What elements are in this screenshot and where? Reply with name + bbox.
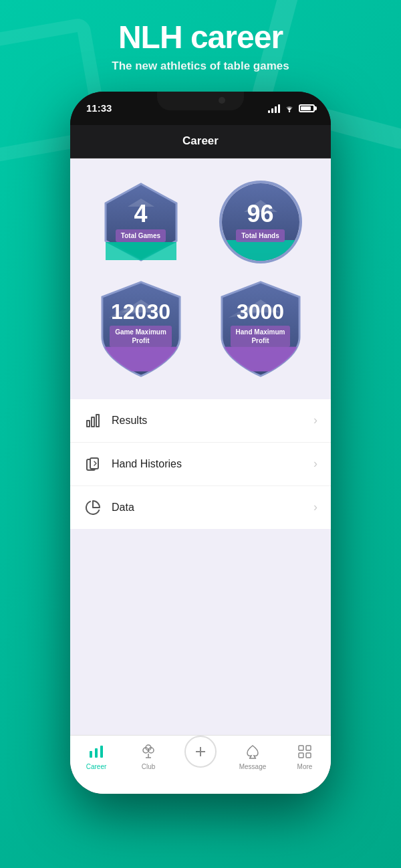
nav-bar: Career: [70, 125, 331, 158]
main-content: 4 Total Games: [70, 158, 331, 794]
menu-list: Results › Hand Histories: [70, 399, 331, 529]
stats-grid: 4 Total Games: [70, 158, 331, 399]
hexagon-badge: 4 Total Games: [98, 179, 184, 265]
grid-icon: [295, 742, 314, 761]
stat-game-profit-value: 12030: [111, 301, 170, 322]
svg-rect-33: [299, 753, 303, 758]
svg-rect-16: [87, 421, 90, 427]
stat-game-profit: 12030 Game MaximumProfit: [81, 272, 200, 386]
stat-hand-profit-label: Hand MaximumProfit: [231, 326, 291, 347]
club-icon: [139, 742, 158, 761]
pie-chart-icon: [84, 498, 102, 517]
svg-rect-31: [299, 746, 303, 750]
svg-rect-32: [306, 746, 311, 750]
status-icons: [268, 104, 315, 113]
app-subtitle: The new athletics of table games: [0, 60, 401, 73]
stat-total-games: 4 Total Games: [81, 172, 200, 272]
menu-results-label: Results: [112, 415, 313, 427]
stat-games-content: 4 Total Games: [116, 202, 166, 242]
wifi-icon: [284, 104, 295, 112]
svg-rect-17: [92, 417, 94, 427]
menu-item-hand-histories[interactable]: Hand Histories ›: [70, 443, 331, 486]
bar-chart-tab-icon: [87, 742, 106, 761]
header-section: NLH career The new athletics of table ga…: [0, 0, 401, 80]
stat-hands-content: 96 Total Hands: [236, 202, 284, 242]
stat-total-hands: 96 Total Hands: [200, 172, 320, 272]
svg-rect-34: [306, 753, 311, 758]
tab-more-label: More: [297, 763, 313, 770]
tab-more[interactable]: More: [279, 742, 331, 770]
camera: [219, 97, 225, 104]
plus-icon: [184, 736, 217, 768]
phone-mockup: 11:33: [0, 92, 401, 794]
tab-message-label: Message: [239, 763, 267, 770]
svg-rect-22: [95, 748, 98, 758]
stat-hand-profit: 3000 Hand MaximumProfit: [200, 272, 320, 386]
stat-games-value: 4: [134, 202, 147, 226]
tab-club[interactable]: Club: [122, 742, 174, 770]
notch: [157, 92, 244, 110]
shield-badge-1: 12030 Game MaximumProfit: [94, 279, 188, 379]
menu-data-label: Data: [112, 502, 313, 514]
svg-rect-23: [100, 746, 103, 758]
status-time: 11:33: [86, 102, 112, 114]
stat-hand-profit-content: 3000 Hand MaximumProfit: [231, 301, 291, 347]
tab-message[interactable]: Message: [227, 742, 279, 770]
data-chevron: ›: [313, 500, 317, 514]
stat-game-profit-label: Game MaximumProfit: [110, 326, 172, 347]
stat-hands-value: 96: [247, 202, 273, 226]
results-chevron: ›: [313, 413, 317, 427]
tab-career[interactable]: Career: [70, 742, 122, 770]
menu-hand-histories-label: Hand Histories: [112, 458, 313, 470]
signal-icon: [268, 104, 280, 113]
app-title: NLH career: [0, 20, 401, 56]
battery-icon: [299, 104, 315, 112]
bar-chart-icon: [84, 411, 102, 430]
svg-point-0: [289, 110, 290, 112]
menu-item-data[interactable]: Data ›: [70, 486, 331, 529]
tab-add[interactable]: [174, 742, 227, 768]
spade-icon: [243, 742, 262, 761]
svg-rect-21: [90, 751, 92, 758]
stat-game-profit-content: 12030 Game MaximumProfit: [110, 301, 172, 347]
svg-rect-18: [96, 415, 99, 427]
cards-icon: [84, 455, 102, 473]
tab-career-label: Career: [86, 763, 107, 770]
shield-badge-2: 3000 Hand MaximumProfit: [214, 279, 307, 379]
menu-item-results[interactable]: Results ›: [70, 399, 331, 443]
svg-rect-20: [90, 458, 98, 469]
stat-games-label: Total Games: [116, 229, 166, 242]
stat-hand-profit-value: 3000: [237, 301, 284, 322]
phone-frame: 11:33: [70, 92, 331, 794]
stat-hands-label: Total Hands: [236, 229, 284, 242]
tab-club-label: Club: [142, 763, 156, 770]
tab-bar: Career Club: [70, 735, 331, 794]
phone-content: Career: [70, 125, 331, 794]
nav-title: Career: [182, 134, 219, 148]
circle-badge-wrap: 96 Total Hands: [217, 179, 304, 265]
hand-histories-chevron: ›: [313, 457, 317, 471]
